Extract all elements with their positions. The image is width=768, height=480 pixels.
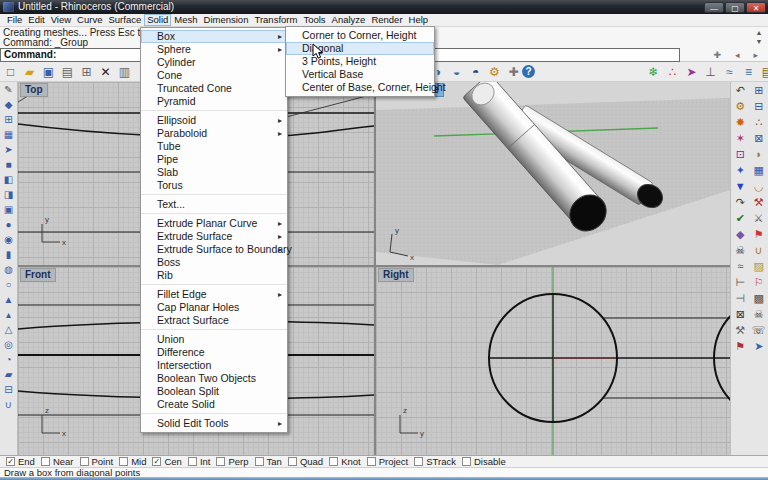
menu-item[interactable]: Pipe xyxy=(141,153,287,166)
menu-item[interactable]: Intersection xyxy=(141,359,287,372)
osnap-toggle[interactable]: Tan xyxy=(255,456,282,467)
maximize-button[interactable]: ▢ xyxy=(725,2,745,13)
bucket-icon: ∪ xyxy=(755,244,763,257)
checkbox-icon[interactable] xyxy=(288,457,297,466)
check-icon: ✔ xyxy=(736,212,745,225)
dock-button-icon[interactable]: ▸ xyxy=(753,49,758,61)
scroll-up-icon[interactable]: ▲ xyxy=(754,29,764,36)
dock-button-icon[interactable]: ✚ xyxy=(713,49,721,61)
submenu-item[interactable]: Corner to Corner, Height xyxy=(286,29,434,42)
print-icon: ▤ xyxy=(62,65,73,79)
svg-text:z: z xyxy=(403,406,407,415)
menu-item[interactable]: Rib xyxy=(141,269,287,285)
menubar-item[interactable]: Render xyxy=(368,14,405,26)
menu-item[interactable]: Extrude Planar Curve xyxy=(141,217,287,230)
menu-item[interactable]: Create Solid xyxy=(141,398,287,414)
osnap-toggle[interactable]: Mid xyxy=(119,456,146,467)
menu-item[interactable]: Extrude Surface to Boundary xyxy=(141,243,287,256)
viewport-right-label[interactable]: Right xyxy=(378,268,414,282)
menubar-item[interactable]: File xyxy=(4,14,25,26)
menu-item[interactable]: Torus xyxy=(141,179,287,195)
menu-item[interactable]: Sphere xyxy=(141,43,287,56)
menu-item[interactable]: Boss xyxy=(141,256,287,269)
menu-item[interactable]: Solid Edit Tools xyxy=(141,417,287,430)
checkbox-icon[interactable] xyxy=(119,457,128,466)
menu-item[interactable]: Difference xyxy=(141,346,287,359)
menu-item[interactable]: Union xyxy=(141,333,287,346)
checkbox-icon[interactable] xyxy=(6,457,15,466)
osnap-toggle[interactable]: STrack xyxy=(414,456,456,467)
menu-item[interactable]: Extract Surface xyxy=(141,314,287,330)
flag-white-icon: ⚐ xyxy=(754,276,764,289)
menu-item[interactable]: Ellipsoid xyxy=(141,114,287,127)
menu-item[interactable]: Truncated Cone xyxy=(141,82,287,95)
menubar-item[interactable]: Help xyxy=(406,14,432,26)
menubar-item[interactable]: Mesh xyxy=(171,14,200,26)
help-icon[interactable]: ? xyxy=(522,65,535,78)
checkbox-icon[interactable] xyxy=(80,457,89,466)
submenu-item[interactable]: 3 Points, Height xyxy=(286,55,434,68)
checkbox-icon[interactable] xyxy=(152,457,161,466)
menubar-item[interactable]: Transform xyxy=(251,14,300,26)
checkbox-icon[interactable] xyxy=(188,457,197,466)
menu-item[interactable]: Boolean Split xyxy=(141,385,287,398)
checkbox-icon[interactable] xyxy=(462,457,471,466)
menubar-item[interactable]: Edit xyxy=(25,14,47,26)
menubar-item[interactable]: Dimension xyxy=(201,14,252,26)
menubar-item[interactable]: Surface xyxy=(105,14,144,26)
menu-item[interactable]: Fillet Edge xyxy=(141,288,287,301)
menubar-item[interactable]: View xyxy=(48,14,74,26)
viewport-front-label[interactable]: Front xyxy=(20,268,56,282)
grid-icon: ▦ xyxy=(754,164,764,177)
viewport-top-label[interactable]: Top xyxy=(20,83,48,97)
scroll-down-icon[interactable]: ▼ xyxy=(754,38,764,45)
osnap-toggle[interactable]: Point xyxy=(80,456,114,467)
menu-item[interactable]: Cap Planar Holes xyxy=(141,301,287,314)
checkbox-icon[interactable] xyxy=(367,457,376,466)
window-title: Untitled - Rhinoceros (Commercial) xyxy=(18,0,704,14)
menu-item[interactable]: Text... xyxy=(141,198,287,214)
checkbox-icon[interactable] xyxy=(329,457,338,466)
menu-item[interactable]: Pyramid xyxy=(141,95,287,111)
menubar-item[interactable]: Curve xyxy=(74,14,105,26)
menubar-item[interactable]: Tools xyxy=(300,14,328,26)
box-icon: ■ xyxy=(5,159,11,170)
viewport-perspective[interactable]: y x Perspective xyxy=(376,82,730,265)
submenu-item[interactable]: Vertical Base xyxy=(286,68,434,81)
osnap-toggle[interactable]: Quad xyxy=(288,456,323,467)
osnap-toggle[interactable]: Project xyxy=(367,456,409,467)
mouse-cursor xyxy=(312,43,324,60)
osnap-toggle[interactable]: Cen xyxy=(152,456,181,467)
checkbox-icon[interactable] xyxy=(255,457,264,466)
menu-item[interactable]: Tube xyxy=(141,140,287,153)
submenu-item[interactable]: Diagonal xyxy=(286,42,434,55)
viewport-right[interactable]: Right z y xyxy=(376,267,730,455)
osnap-toggle[interactable]: Knot xyxy=(329,456,361,467)
menu-item[interactable]: Boolean Two Objects xyxy=(141,372,287,385)
osnap-toggle[interactable]: Disable xyxy=(462,456,506,467)
osnap-toggle[interactable]: Int xyxy=(188,456,211,467)
menubar-item[interactable]: Solid xyxy=(144,14,171,26)
dock-button-icon[interactable]: ◂ xyxy=(735,49,740,61)
osnap-toggle[interactable]: Perp xyxy=(216,456,248,467)
checkbox-icon[interactable] xyxy=(414,457,423,466)
menu-item[interactable]: Slab xyxy=(141,166,287,179)
cubes-icon: ⊟ xyxy=(754,100,763,113)
osnap-toggle[interactable]: Near xyxy=(41,456,74,467)
menubar-item[interactable]: Analyze xyxy=(329,14,369,26)
minimize-button[interactable]: — xyxy=(704,2,724,13)
osnap-toggle[interactable]: End xyxy=(6,456,35,467)
close-button[interactable]: ✕ xyxy=(746,2,766,13)
menu-item[interactable]: Extrude Surface xyxy=(141,230,287,243)
osnap-label: Knot xyxy=(341,456,361,467)
osnap-label: Project xyxy=(379,456,409,467)
submenu-item[interactable]: Center of Base, Corner, Height xyxy=(286,81,434,94)
menu-item[interactable]: Box xyxy=(141,30,287,43)
hydrant-icon: ⚑ xyxy=(754,228,764,241)
menu-item[interactable]: Cone xyxy=(141,69,287,82)
checkbox-icon[interactable] xyxy=(41,457,50,466)
menu-item[interactable]: Paraboloid xyxy=(141,127,287,140)
menu-item[interactable]: Cylinder xyxy=(141,56,287,69)
rgb-balls-icon: ∴ xyxy=(669,65,677,79)
checkbox-icon[interactable] xyxy=(216,457,225,466)
